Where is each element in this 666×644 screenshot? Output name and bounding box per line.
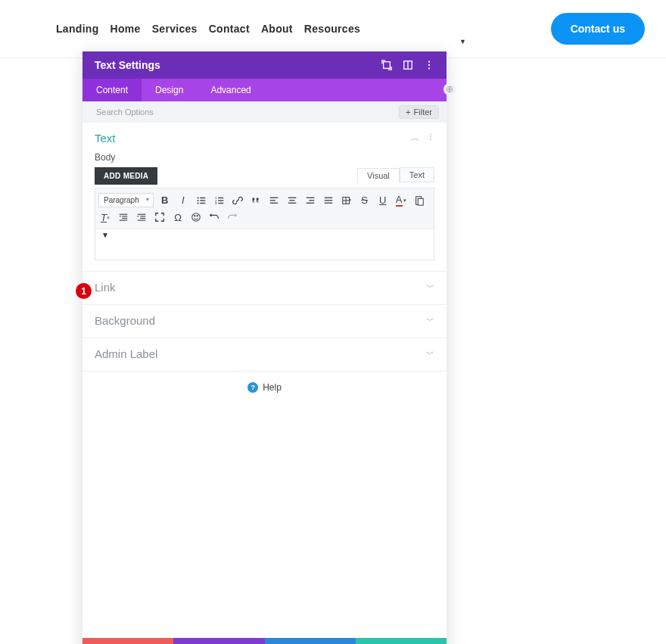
svg-rect-45: [140, 218, 145, 219]
tab-content[interactable]: Content: [82, 79, 142, 101]
svg-point-10: [197, 197, 198, 198]
svg-rect-0: [384, 62, 391, 69]
svg-rect-30: [306, 202, 314, 203]
align-justify-icon[interactable]: [322, 194, 335, 207]
svg-rect-15: [200, 202, 205, 203]
strikethrough-icon[interactable]: S: [358, 194, 372, 207]
svg-point-14: [197, 202, 198, 204]
italic-icon[interactable]: I: [176, 194, 190, 207]
svg-rect-39: [120, 214, 128, 215]
align-right-icon[interactable]: [303, 194, 317, 207]
confirm-button[interactable]: [356, 638, 447, 644]
paste-icon[interactable]: [412, 194, 426, 207]
filter-button[interactable]: + Filter: [399, 105, 439, 119]
filter-button-label: Filter: [414, 107, 432, 117]
emoji-icon[interactable]: [189, 210, 203, 224]
svg-rect-19: [218, 200, 223, 201]
link-icon[interactable]: [231, 194, 244, 207]
editor-mode-tabs: Visual Text: [357, 167, 434, 182]
section-title-link: Link: [95, 281, 116, 294]
help-link[interactable]: ? Help: [82, 372, 447, 403]
svg-rect-25: [288, 197, 296, 198]
undo-footer-button[interactable]: [173, 638, 264, 644]
globe-icon[interactable]: [443, 83, 456, 95]
nav-item-landing[interactable]: Landing: [56, 23, 99, 35]
link-section[interactable]: Link ﹀: [82, 272, 447, 305]
svg-rect-42: [120, 220, 128, 221]
callout-badge-1: 1: [76, 283, 92, 299]
svg-text:3: 3: [215, 201, 217, 205]
editor-tab-visual[interactable]: Visual: [357, 168, 400, 183]
modal-header: Text Settings: [82, 51, 447, 79]
nav-item-services[interactable]: Services: [152, 23, 198, 35]
svg-rect-11: [200, 197, 205, 198]
svg-rect-40: [122, 216, 127, 216]
clear-format-icon[interactable]: T×: [98, 210, 112, 224]
table-icon[interactable]: [340, 194, 353, 207]
format-select[interactable]: Paragraph: [98, 193, 154, 207]
more-options-icon[interactable]: [424, 60, 434, 70]
svg-rect-32: [324, 200, 332, 201]
svg-rect-31: [324, 197, 332, 198]
svg-rect-13: [200, 200, 205, 201]
editor-tab-text[interactable]: Text: [400, 167, 434, 182]
admin-label-section[interactable]: Admin Label ﹀: [82, 338, 447, 372]
tab-advanced[interactable]: Advanced: [197, 79, 264, 101]
svg-rect-22: [269, 197, 278, 198]
expand-icon[interactable]: [381, 60, 392, 70]
tab-design[interactable]: Design: [142, 79, 197, 101]
add-media-button[interactable]: ADD MEDIA: [95, 167, 157, 185]
svg-point-9: [430, 138, 431, 140]
caret-marker-icon: ▼: [101, 231, 109, 239]
nav-item-about[interactable]: About: [261, 23, 293, 35]
svg-rect-17: [218, 197, 223, 198]
chevron-up-icon[interactable]: ︿: [411, 132, 419, 144]
help-label: Help: [263, 382, 282, 393]
svg-rect-44: [140, 216, 145, 216]
svg-point-4: [428, 64, 430, 66]
numbered-list-icon[interactable]: 123: [213, 194, 226, 207]
nav-item-resources[interactable]: Resources: [304, 23, 360, 35]
body-label: Body: [95, 152, 434, 163]
help-icon: ?: [247, 382, 258, 393]
redo-footer-button[interactable]: [265, 638, 356, 644]
svg-rect-46: [138, 220, 146, 221]
fullscreen-icon[interactable]: [153, 210, 166, 224]
svg-rect-21: [218, 202, 223, 203]
nav-links: Landing Home Services Contact About Reso…: [56, 23, 360, 35]
align-center-icon[interactable]: [285, 194, 299, 207]
special-char-icon[interactable]: Ω: [171, 210, 185, 224]
indent-icon[interactable]: [135, 210, 148, 224]
nav-item-contact[interactable]: Contact: [209, 23, 250, 35]
svg-point-12: [197, 199, 198, 201]
svg-rect-27: [288, 202, 296, 203]
bold-icon[interactable]: B: [158, 194, 172, 207]
quote-icon[interactable]: [249, 194, 263, 207]
section-more-icon[interactable]: [427, 132, 434, 145]
svg-rect-23: [269, 200, 275, 201]
svg-point-5: [428, 67, 430, 69]
svg-rect-38: [418, 198, 423, 205]
modal-title: Text Settings: [95, 59, 160, 71]
redo-icon[interactable]: [226, 210, 239, 224]
align-left-icon[interactable]: [267, 194, 281, 207]
modal-tabs: Content Design Advanced: [82, 79, 447, 101]
text-settings-modal: Text Settings Content Design Advanced + …: [82, 51, 447, 644]
underline-icon[interactable]: U: [376, 194, 390, 207]
svg-rect-24: [269, 202, 278, 203]
contact-us-button[interactable]: Contact us: [551, 13, 645, 45]
editor-content-area[interactable]: ▼: [95, 229, 434, 260]
background-section[interactable]: Background ﹀: [82, 305, 447, 338]
chevron-down-icon: ﹀: [426, 315, 434, 326]
undo-icon[interactable]: [207, 210, 221, 224]
text-color-icon[interactable]: A▾: [394, 194, 408, 207]
columns-icon[interactable]: [403, 60, 413, 70]
outdent-icon[interactable]: [117, 210, 130, 224]
svg-point-3: [428, 61, 430, 62]
bullet-list-icon[interactable]: [195, 194, 208, 207]
search-input[interactable]: [96, 107, 399, 117]
svg-point-49: [197, 216, 198, 216]
close-button[interactable]: [82, 638, 173, 644]
nav-item-home[interactable]: Home: [110, 23, 141, 35]
plus-icon: +: [406, 107, 410, 117]
